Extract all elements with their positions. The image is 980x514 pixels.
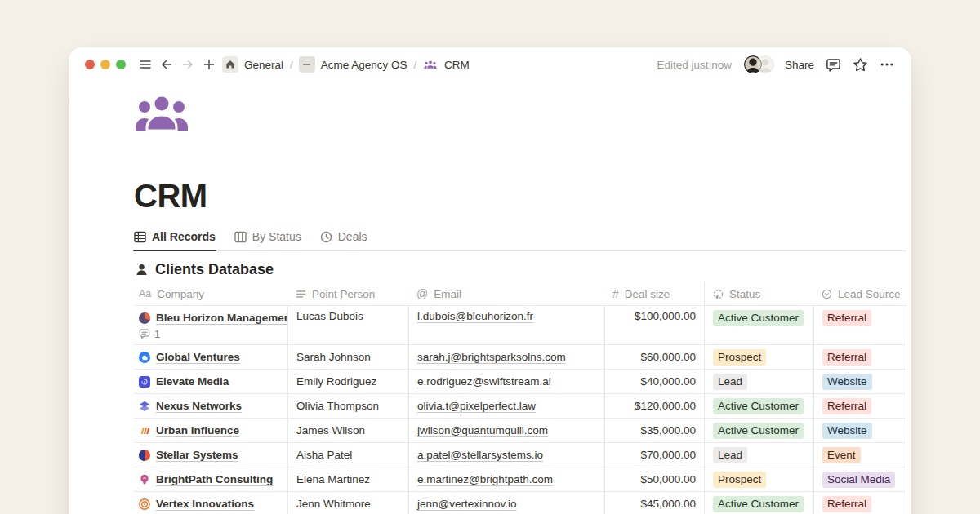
crm-people-icon bbox=[422, 56, 439, 73]
point-person-cell[interactable]: Jenn Whitmore bbox=[287, 492, 408, 514]
lead-source-cell[interactable]: Referral bbox=[813, 345, 906, 369]
breadcrumb-crm[interactable]: CRM bbox=[443, 59, 470, 71]
status-cell[interactable]: Lead bbox=[704, 370, 813, 393]
company-cell[interactable]: Global Ventures bbox=[134, 345, 287, 369]
back-icon[interactable] bbox=[158, 56, 175, 73]
column-header-status[interactable]: Status bbox=[704, 282, 813, 305]
sidebar-menu-icon[interactable] bbox=[137, 56, 154, 73]
close-window-button[interactable] bbox=[85, 60, 95, 69]
page-title[interactable]: CRM bbox=[134, 178, 207, 215]
email-cell[interactable]: e.rodriguez@swiftstream.ai bbox=[408, 370, 604, 393]
company-cell[interactable]: Urban Influence bbox=[134, 419, 287, 442]
email-cell[interactable]: olivia.t@pixelperfect.law bbox=[408, 394, 604, 418]
company-name: Stellar Systems bbox=[156, 449, 238, 461]
company-icon bbox=[139, 450, 150, 461]
lead-source-badge: Referral bbox=[822, 349, 871, 366]
lead-source-cell[interactable]: Social Media bbox=[813, 467, 906, 491]
company-icon bbox=[139, 376, 150, 388]
status-cell[interactable]: Active Customer bbox=[704, 492, 813, 514]
point-person-cell[interactable]: Lucas Dubois bbox=[287, 306, 408, 344]
deal-size-cell[interactable]: $40,000.00 bbox=[604, 370, 704, 393]
point-person-cell[interactable]: James Wilson bbox=[287, 419, 408, 442]
more-icon[interactable] bbox=[879, 56, 895, 73]
point-person-cell[interactable]: Olivia Thompson bbox=[287, 394, 408, 418]
new-page-icon[interactable] bbox=[201, 56, 217, 73]
lead-source-cell[interactable]: Event bbox=[813, 443, 906, 467]
point-person-cell[interactable]: Aisha Patel bbox=[287, 443, 408, 467]
database-title[interactable]: Clients Database bbox=[136, 261, 274, 278]
deal-size-cell[interactable]: $45,000.00 bbox=[604, 492, 704, 514]
maximize-window-button[interactable] bbox=[116, 60, 126, 69]
deal-size-cell[interactable]: $100,000.00 bbox=[604, 306, 704, 344]
company-cell[interactable]: Nexus Networks bbox=[134, 394, 287, 418]
lead-source-cell[interactable]: Website bbox=[813, 370, 906, 393]
point-person-cell[interactable]: Sarah Johnson bbox=[287, 345, 408, 369]
board-view-icon bbox=[234, 231, 247, 243]
avatar-group[interactable] bbox=[744, 55, 774, 73]
status-cell[interactable]: Active Customer bbox=[704, 306, 813, 344]
lead-source-cell[interactable]: Referral bbox=[813, 306, 906, 344]
select-icon bbox=[822, 289, 832, 299]
column-header-deal-size[interactable]: # Deal size bbox=[604, 282, 704, 305]
status-badge: Lead bbox=[713, 447, 747, 463]
company-cell[interactable]: Elevate Media bbox=[134, 370, 287, 393]
company-name: Urban Influence bbox=[156, 424, 239, 436]
table-header-row: Aa Company Point Person @ Email # Deal s… bbox=[134, 282, 906, 306]
breadcrumb-general[interactable]: General bbox=[243, 59, 284, 71]
company-cell[interactable]: BrightPath Consulting bbox=[134, 467, 287, 491]
company-name: Bleu Horizon Management bbox=[156, 312, 287, 324]
star-icon[interactable] bbox=[852, 56, 868, 73]
company-cell[interactable]: Stellar Systems bbox=[134, 443, 287, 467]
deal-size-cell[interactable]: $70,000.00 bbox=[604, 443, 704, 467]
company-cell[interactable]: Bleu Horizon Management 1 bbox=[134, 306, 287, 344]
lead-source-cell[interactable]: Referral bbox=[813, 492, 906, 514]
breadcrumb-acme-agency-os[interactable]: Acme Agency OS bbox=[320, 59, 408, 71]
company-cell[interactable]: Vertex Innovations bbox=[134, 492, 287, 514]
lead-source-badge: Website bbox=[822, 423, 872, 439]
lead-source-cell[interactable]: Website bbox=[813, 419, 906, 442]
share-button[interactable]: Share bbox=[785, 59, 814, 71]
deal-size-cell[interactable]: $120,000.00 bbox=[604, 394, 704, 418]
table-row: Global Ventures Sarah Johnson sarah.j@br… bbox=[134, 345, 906, 370]
status-cell[interactable]: Active Customer bbox=[704, 394, 813, 418]
point-person-cell[interactable]: Elena Martinez bbox=[287, 467, 408, 491]
title-icon: Aa bbox=[139, 288, 151, 299]
person-icon bbox=[136, 264, 148, 276]
home-icon[interactable] bbox=[222, 56, 238, 73]
status-cell[interactable]: Active Customer bbox=[704, 419, 813, 442]
comment-icon bbox=[139, 328, 150, 339]
lead-source-cell[interactable]: Referral bbox=[813, 394, 906, 418]
column-header-lead-source[interactable]: Lead Source bbox=[813, 282, 906, 305]
column-header-email[interactable]: @ Email bbox=[408, 282, 604, 305]
deal-size-cell[interactable]: $50,000.00 bbox=[604, 467, 704, 491]
lead-source-badge: Referral bbox=[822, 496, 871, 512]
email-cell[interactable]: jenn@vertexinnov.io bbox=[408, 492, 604, 514]
email-cell[interactable]: sarah.j@brightsparksolns.com bbox=[408, 345, 604, 369]
status-cell[interactable]: Prospect bbox=[704, 467, 813, 491]
notion-window: General / Acme Agency OS / CRM Edited ju… bbox=[69, 47, 911, 514]
deal-size-cell[interactable]: $35,000.00 bbox=[604, 419, 704, 442]
email-cell[interactable]: jwilson@quantumquill.com bbox=[408, 419, 604, 442]
view-tabs: All Records By Status Deals bbox=[134, 230, 906, 251]
email-cell[interactable]: a.patel@stellarsystems.io bbox=[408, 443, 604, 467]
table-row: BrightPath Consulting Elena Martinez e.m… bbox=[134, 467, 906, 492]
point-person-cell[interactable]: Emily Rodriguez bbox=[287, 370, 408, 393]
forward-icon[interactable] bbox=[180, 56, 196, 73]
tab-by-status[interactable]: By Status bbox=[234, 230, 301, 243]
tab-deals[interactable]: Deals bbox=[320, 230, 368, 243]
deal-size-cell[interactable]: $60,000.00 bbox=[604, 345, 704, 369]
page-people-icon[interactable] bbox=[134, 95, 189, 134]
column-header-point-person[interactable]: Point Person bbox=[287, 282, 408, 305]
workspace-page-icon[interactable] bbox=[299, 56, 315, 73]
email-cell[interactable]: e.martinez@brightpath.com bbox=[408, 467, 604, 491]
minimize-window-button[interactable] bbox=[100, 60, 110, 69]
email-cell[interactable]: l.dubois@bleuhorizon.fr bbox=[408, 306, 604, 344]
status-cell[interactable]: Lead bbox=[704, 443, 813, 467]
comment-count[interactable]: 1 bbox=[139, 326, 160, 341]
column-header-company[interactable]: Aa Company bbox=[134, 282, 287, 305]
avatar-faded bbox=[756, 55, 774, 73]
status-cell[interactable]: Prospect bbox=[704, 345, 813, 369]
tab-all-records[interactable]: All Records bbox=[134, 230, 216, 243]
comments-icon[interactable] bbox=[825, 56, 841, 73]
company-name: Nexus Networks bbox=[156, 400, 242, 412]
